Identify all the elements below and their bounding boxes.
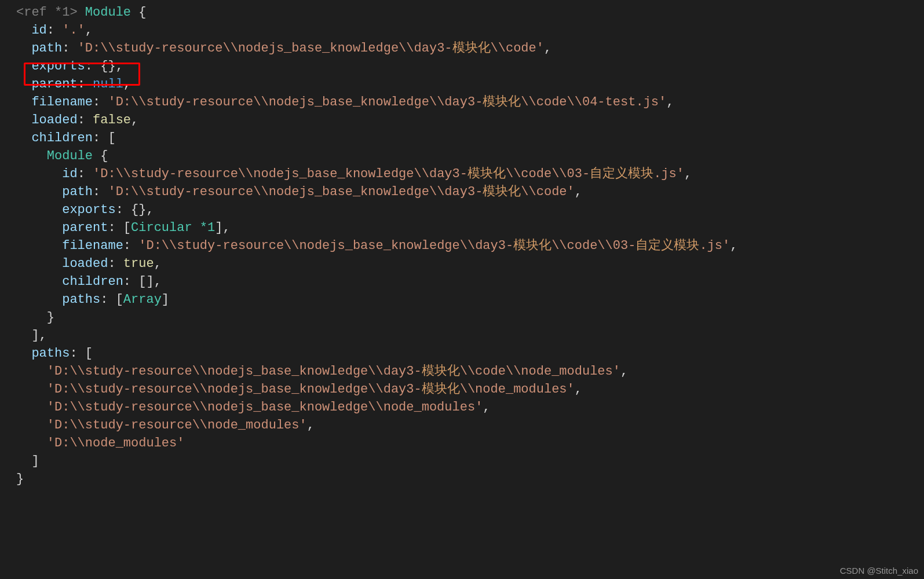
code-line: <ref *1> Module { <box>16 5 146 20</box>
code-line: 'D:\\study-resource\\nodejs_base_knowled… <box>16 382 582 397</box>
code-token: { <box>131 5 146 20</box>
code-token: \\code' <box>491 41 544 56</box>
code-token <box>16 346 31 361</box>
code-token: true <box>123 256 154 271</box>
code-token: id <box>62 167 77 181</box>
code-line: paths: [ <box>16 346 93 361</box>
code-line: exports: {}, <box>16 203 154 217</box>
code-line: 'D:\\study-resource\\node_modules', <box>16 418 315 433</box>
code-token: paths <box>31 346 70 361</box>
code-token: loaded <box>62 256 108 271</box>
code-token <box>16 77 31 91</box>
code-token: ], <box>215 221 230 235</box>
code-line: filename: 'D:\\study-resource\\nodejs_ba… <box>16 239 737 253</box>
code-token: null <box>93 77 123 91</box>
code-token <box>16 131 31 145</box>
code-token: : {}, <box>116 203 154 217</box>
code-line: id: '.', <box>16 23 93 38</box>
code-token: filename <box>62 239 123 253</box>
code-token: path <box>31 41 62 56</box>
code-token <box>16 59 31 74</box>
code-token: \\code\\03- <box>552 239 636 253</box>
code-line: loaded: true, <box>16 256 162 271</box>
csdn-watermark: CSDN @Stitch_xiao <box>840 566 918 576</box>
code-line: filename: 'D:\\study-resource\\nodejs_ba… <box>16 95 674 109</box>
code-token: : [ <box>93 131 116 145</box>
code-token <box>16 113 31 127</box>
code-token <box>16 185 62 199</box>
console-output: <ref *1> Module { id: '.', path: 'D:\\st… <box>0 0 924 488</box>
code-line: id: 'D:\\study-resource\\nodejs_base_kno… <box>16 167 692 181</box>
code-token: : <box>62 41 77 56</box>
code-token: Circular *1 <box>131 221 215 235</box>
code-token: children <box>31 131 93 145</box>
code-token: , <box>307 418 315 433</box>
code-line: children: [ <box>16 131 116 145</box>
code-token: , <box>575 185 582 199</box>
code-token: : <box>78 113 93 127</box>
code-token: , <box>666 95 674 109</box>
code-token: Module <box>85 5 131 20</box>
code-token <box>16 418 47 433</box>
code-token: : [ <box>100 292 123 307</box>
code-token: : <box>78 77 93 91</box>
code-token: 模块化 <box>483 185 521 199</box>
code-token: 'D:\\study-resource\\nodejs_base_knowled… <box>93 167 468 181</box>
code-token <box>16 149 47 163</box>
code-line: 'D:\\node_modules' <box>16 436 184 450</box>
code-token: exports <box>31 59 85 74</box>
code-token: ] <box>162 292 169 307</box>
code-token: , <box>483 400 490 415</box>
code-token: parent <box>31 77 77 91</box>
code-token: } <box>16 310 54 325</box>
code-token: } <box>16 472 24 486</box>
code-token: .js' <box>653 167 684 181</box>
code-line: Module { <box>16 149 108 163</box>
code-token: filename <box>31 95 93 109</box>
code-token: , <box>544 41 552 56</box>
code-token: Module <box>47 149 93 163</box>
code-line: children: [], <box>16 274 162 289</box>
code-token: : <box>93 185 108 199</box>
code-line: ], <box>16 328 47 343</box>
code-token <box>16 400 47 415</box>
code-token: id <box>31 23 46 38</box>
code-token: : {}, <box>85 59 123 74</box>
code-token: loaded <box>31 113 77 127</box>
code-token: : <box>123 239 138 253</box>
code-line: path: 'D:\\study-resource\\nodejs_base_k… <box>16 41 552 56</box>
code-line: 'D:\\study-resource\\nodejs_base_knowled… <box>16 364 628 379</box>
code-token: \\node_modules' <box>460 382 575 397</box>
code-token: 'D:\\study-resource\\node_modules' <box>47 418 307 433</box>
code-token: , <box>123 77 131 91</box>
code-token <box>16 382 47 397</box>
code-token <box>16 256 62 271</box>
code-token: : <box>78 167 93 181</box>
code-token: 'D:\\study-resource\\nodejs_base_knowled… <box>108 95 483 109</box>
code-token: '.' <box>62 23 85 38</box>
code-line: parent: [Circular *1], <box>16 221 231 235</box>
code-token: path <box>62 185 93 199</box>
code-line: parent: null, <box>16 77 131 91</box>
code-token: 模块化 <box>468 167 506 181</box>
code-token: <ref *1> <box>16 5 78 20</box>
code-token: 'D:\\study-resource\\nodejs_base_knowled… <box>78 41 452 56</box>
code-token: { <box>93 149 108 163</box>
code-token: , <box>730 239 737 253</box>
code-token: \\code\\04-test.js' <box>521 95 666 109</box>
code-token: Array <box>123 292 162 307</box>
code-token <box>16 203 62 217</box>
code-token: : <box>108 256 123 271</box>
code-token <box>16 23 31 38</box>
code-token: 模块化 <box>422 364 460 379</box>
code-token: 自定义模块 <box>590 167 653 181</box>
code-line: paths: [Array] <box>16 292 169 307</box>
code-token: \\code' <box>521 185 574 199</box>
code-token: parent <box>62 221 108 235</box>
code-token <box>16 364 47 379</box>
code-token <box>16 221 62 235</box>
code-line: 'D:\\study-resource\\nodejs_base_knowled… <box>16 400 491 415</box>
code-token <box>16 239 62 253</box>
code-line: } <box>16 310 54 325</box>
code-token: : <box>47 23 62 38</box>
